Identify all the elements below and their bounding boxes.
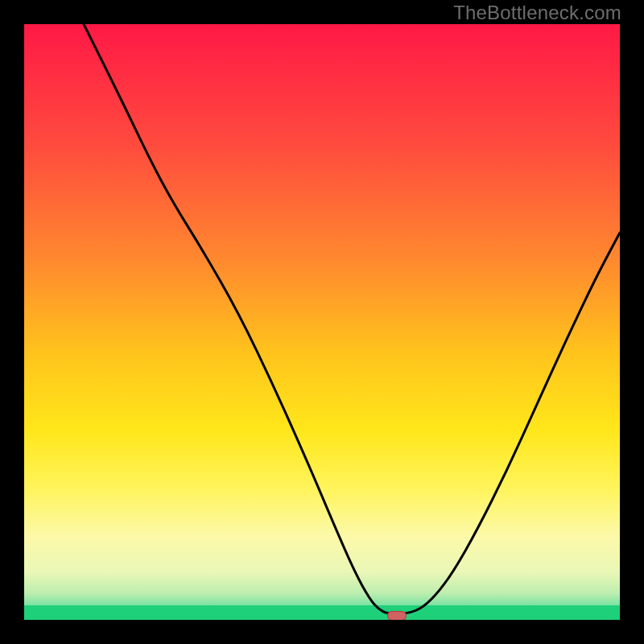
chart-frame: TheBottleneck.com (0, 0, 644, 644)
plot-area (24, 24, 620, 620)
optimal-marker (387, 611, 407, 620)
watermark-text: TheBottleneck.com (453, 2, 621, 24)
background-gradient (24, 24, 620, 620)
green-band (24, 605, 620, 621)
